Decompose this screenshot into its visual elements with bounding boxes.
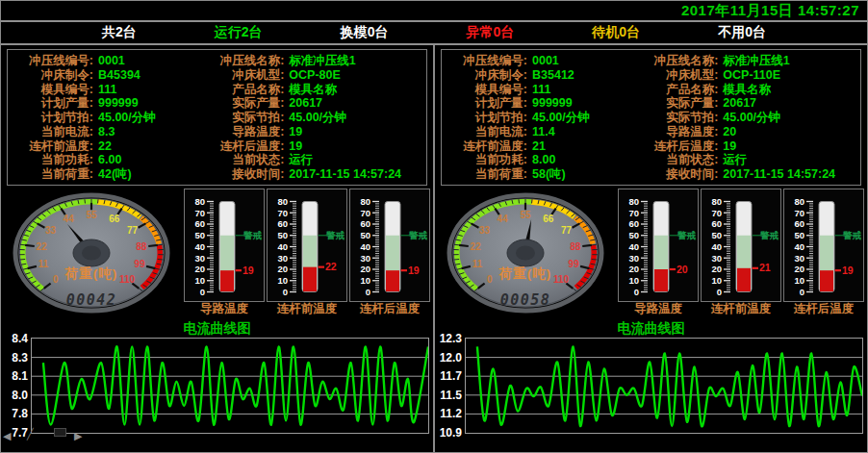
info-label: 实际节拍 <box>644 111 723 124</box>
thermometer: 01020304050607080警戒21连杆前温度 <box>701 189 781 317</box>
info-label: 当前荷重 <box>447 167 532 181</box>
info-row: 实际产量20617 <box>210 96 422 110</box>
info-row: 当前状态运行 <box>210 153 422 166</box>
y-axis-label: 12.3 <box>440 332 462 345</box>
thermo-scale-label: 0 <box>200 287 205 297</box>
info-row: 连杆后温度19 <box>210 139 422 153</box>
info-value: 42(吨) <box>98 167 132 181</box>
thermo-value: 19 <box>243 264 254 276</box>
thermo-warning-label: 警戒 <box>677 230 697 240</box>
odometer: 00042 <box>66 291 117 309</box>
scroll-left-icon[interactable]: ◀ <box>3 431 11 441</box>
info-row: 冲压线编号0001 <box>447 54 644 67</box>
info-label: 连杆前温度 <box>13 139 98 153</box>
thermo-name: 连杆后温度 <box>783 302 864 317</box>
thermo-scale-label: 10 <box>711 275 722 286</box>
info-row: 计划产量999999 <box>13 96 210 110</box>
thermo-scale-label: 50 <box>794 230 804 240</box>
info-row: 冲压线编号0001 <box>13 54 210 67</box>
datetime: 2017年11月15日 14:57:27 <box>681 2 859 20</box>
gauge-title: 荷重(吨) <box>498 266 552 281</box>
info-value: 标准冲压线1 <box>723 54 789 67</box>
thermo-scale-label: 0 <box>800 287 804 297</box>
info-row: 导路温度20 <box>644 125 856 138</box>
info-label: 当前状态 <box>210 153 289 166</box>
thermo-scale-label: 30 <box>628 253 639 264</box>
y-axis-label: 8.3 <box>12 351 28 365</box>
info-label: 当前状态 <box>644 153 723 166</box>
thermo-scale-label: 80 <box>277 196 288 207</box>
gauge-tick-label: 110 <box>119 274 136 285</box>
thermo-warning-label: 警戒 <box>408 230 428 240</box>
thermo-scale-label: 60 <box>794 218 804 229</box>
info-label: 当前荷重 <box>13 167 98 181</box>
thermo-scale-label: 20 <box>360 264 370 274</box>
info-value: 45.00/分钟 <box>532 111 590 124</box>
gauge-tick-label: 99 <box>134 259 145 269</box>
info-value: 111 <box>532 83 550 96</box>
thermo-scale-label: 10 <box>194 275 205 286</box>
info-label: 连杆前温度 <box>447 139 532 153</box>
info-row: 模具编号111 <box>13 83 210 96</box>
info-label: 产品名称 <box>644 83 723 96</box>
content: 冲压线编号0001冲床制令B45394模具编号111计划产量999999计划节拍… <box>1 45 867 452</box>
info-column-right: 冲压线名称标准冲压线1冲床机型OCP-80E产品名称模具名称实际产量20617实… <box>210 54 422 181</box>
status-item-1: 运行2台 <box>215 24 263 41</box>
info-row: 连杆前温度21 <box>447 139 644 153</box>
thermo-name: 导路温度 <box>184 302 265 317</box>
info-value: B35412 <box>532 68 574 82</box>
thermo-fill <box>386 270 399 291</box>
thermo-scale-label: 70 <box>794 208 804 218</box>
info-value: 20617 <box>723 96 756 110</box>
gauge-tick-label: 11 <box>472 259 483 269</box>
thermo-scale-label: 40 <box>794 241 804 252</box>
gauge-tick-label: 99 <box>568 259 579 269</box>
thermo-scale-label: 10 <box>277 275 288 286</box>
chart-block: 电流曲线图 ◀ ╱ ▶ 8.48.38.18.07.87.7 <box>1 320 433 434</box>
thermo-scale-label: 10 <box>360 275 370 286</box>
info-row: 产品名称模具名称 <box>644 83 856 96</box>
scroll-right-icon[interactable]: ▶ <box>74 431 82 441</box>
thermo-scale-label: 40 <box>711 241 722 252</box>
scroll-thumb[interactable] <box>54 428 66 437</box>
thermometer: 01020304050607080警戒19连杆后温度 <box>783 189 864 317</box>
thermo-scale-label: 20 <box>711 264 722 274</box>
chart-title: 电流曲线图 <box>435 320 867 338</box>
info-label: 接收时间 <box>210 167 289 181</box>
current-curve <box>43 346 428 424</box>
gauge-tick-label: 33 <box>479 225 491 236</box>
info-label: 冲床制令 <box>13 68 98 82</box>
info-box: 冲压线编号0001冲床制令B35412模具编号111计划产量999999计划节拍… <box>441 49 861 186</box>
info-value: 0001 <box>98 54 125 67</box>
info-label: 计划产量 <box>447 96 532 110</box>
thermo-scale-label: 80 <box>711 196 722 207</box>
thermometer: 01020304050607080警戒20导路温度 <box>618 189 699 317</box>
info-row: 接收时间2017-11-15 14:57:24 <box>210 167 422 181</box>
gauge-tick-label: 88 <box>570 241 581 252</box>
thermo-fill <box>303 267 317 291</box>
info-label: 冲压线名称 <box>644 54 723 67</box>
info-value: 999999 <box>98 96 139 110</box>
info-value: 21 <box>532 139 546 153</box>
info-value: 20 <box>723 125 736 138</box>
thermo-scale-label: 70 <box>194 208 205 218</box>
thermo-name: 连杆前温度 <box>267 302 347 317</box>
thermo-value: 22 <box>325 261 337 272</box>
thermo-name: 连杆前温度 <box>701 302 781 317</box>
thermo-scale-label: 80 <box>360 196 370 207</box>
info-column-left: 冲压线编号0001冲床制令B45394模具编号111计划产量999999计划节拍… <box>13 54 210 181</box>
gauge-tick-label: 110 <box>553 274 570 285</box>
info-value: 模具名称 <box>723 83 771 96</box>
info-label: 当前功耗 <box>13 153 98 166</box>
info-label: 当前功耗 <box>447 153 532 166</box>
info-value: 999999 <box>532 96 573 110</box>
info-row: 冲床机型OCP-110E <box>644 68 856 82</box>
chart-plot <box>466 339 862 433</box>
thermo-fill <box>737 268 751 291</box>
info-row: 实际产量20617 <box>644 96 856 110</box>
info-row: 当前状态运行 <box>644 153 856 166</box>
gauge-tick-label: 22 <box>471 241 482 252</box>
thermo-scale-label: 60 <box>360 218 370 229</box>
info-row: 当前电流8.3 <box>13 125 210 138</box>
info-value: 58(吨) <box>532 167 566 181</box>
